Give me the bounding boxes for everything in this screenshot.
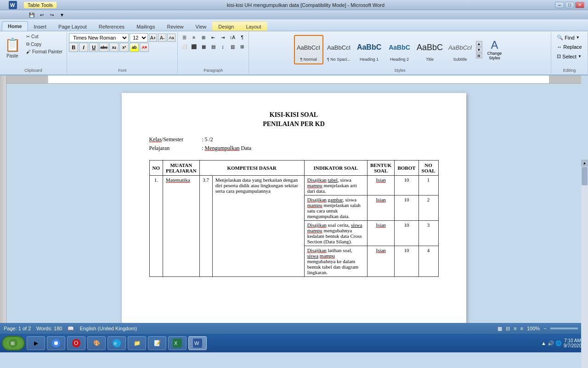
font-size-increase[interactable]: A+ [149,34,157,42]
bullet-list-btn[interactable]: ☰ [180,33,189,41]
styles-group: AaBbCcI ¶ Normal AaBbCcI ¶ No Spaci... A… [249,32,551,74]
style-no-spacing[interactable]: AaBbCcI ¶ No Spaci... [324,35,354,64]
tab-view[interactable]: View [190,22,213,31]
text-highlight-btn[interactable]: ab [130,43,139,52]
zoom-slider[interactable] [550,328,578,329]
font-color-btn[interactable]: A▾ [140,43,149,52]
taskbar-app-word-active[interactable]: W [188,336,207,350]
strikethrough-button[interactable]: abc [99,43,108,52]
align-buttons-row: ⬜ ⬛ ▦ ▤ ↨ ▥ ⊞ [180,42,247,51]
start-button[interactable]: ⊞ [2,336,25,351]
redo-quick-btn[interactable]: ↪ [48,11,56,18]
line-spacing-btn[interactable]: ↨ [218,42,227,51]
select-button[interactable]: ⊡ Select ▼ [554,52,584,61]
style-heading2[interactable]: AaBbC Heading 2 [385,35,414,64]
subscript-button[interactable]: x₂ [109,43,119,52]
decrease-indent-btn[interactable]: ⇤ [209,33,218,41]
view-draft-btn[interactable]: ≡ [520,326,523,331]
view-outline-btn[interactable]: ≡ [514,326,516,331]
quick-access-dropdown[interactable]: ▼ [58,11,66,18]
find-button[interactable]: 🔍 Find ▼ [554,33,582,42]
underline-button[interactable]: U [89,43,98,52]
taskbar-app-notepad[interactable]: 📝 [148,336,166,350]
show-hide-btn[interactable]: ¶ [237,33,247,41]
styles-scroll-down[interactable]: ▼ [476,47,482,52]
clear-formatting-btn[interactable]: Aa [167,34,175,42]
tab-page-layout[interactable]: Page Layout [52,22,93,31]
tab-mailings[interactable]: Mailings [130,22,161,31]
styles-scroll-more[interactable]: ⊞ [476,53,482,58]
sort-btn[interactable]: ↕A [228,33,237,41]
superscript-button[interactable]: x² [119,43,129,52]
change-styles-button[interactable]: A Change Styles [483,37,506,63]
tab-home[interactable]: Home [2,21,28,31]
view-normal-btn[interactable]: ▦ [498,326,502,332]
find-dropdown[interactable]: ▼ [576,35,580,40]
taskbar-app-chrome[interactable] [47,336,65,350]
scroll-thumb[interactable] [582,167,588,185]
select-icon: ⊡ [557,53,561,59]
style-title[interactable]: AaBbC Title [415,35,445,64]
select-dropdown[interactable]: ▼ [578,54,582,58]
tab-design[interactable]: Design [212,22,240,31]
multilevel-list-btn[interactable]: ⊞ [199,33,208,41]
left-ruler [0,75,6,323]
increase-indent-btn[interactable]: ⇥ [218,33,227,41]
format-painter-button[interactable]: 🖌 Format Painter [24,48,65,55]
taskbar-app-excel[interactable]: X [168,336,187,350]
numbered-list-btn[interactable]: ≡ [189,33,198,41]
shading-btn[interactable]: ▥ [228,42,237,51]
font-group: Times New Roman 12 A+ A- Aa B I U abc x₂… [67,32,178,74]
tab-layout[interactable]: Layout [240,22,267,31]
document-info: Kelas/Semester : 5 /2 Pelajaran : Mengum… [149,135,439,153]
font-size-select[interactable]: 12 [130,33,148,42]
style-title-preview: AaBbC [417,38,443,57]
border-btn[interactable]: ⊞ [237,42,247,51]
paste-button[interactable]: 📋 Paste [2,33,23,63]
minimize-button[interactable]: – [555,2,564,8]
taskbar-app-paint[interactable]: 🎨 [87,336,106,350]
align-center-btn[interactable]: ⬛ [189,42,198,51]
tab-references[interactable]: References [93,22,130,31]
zoom-decrease-btn[interactable]: − [543,326,546,331]
align-right-btn[interactable]: ▦ [199,42,208,51]
title-bar: W Table Tools kisi-kisi UH mengumpulkan … [0,0,588,10]
tab-insert[interactable]: Insert [28,22,53,31]
style-heading1[interactable]: AaBbC Heading 1 [355,35,384,64]
close-button[interactable]: ✕ [575,2,584,8]
align-left-btn[interactable]: ⬜ [180,42,189,51]
view-web-btn[interactable]: ⊟ [506,326,510,332]
style-normal[interactable]: AaBbCcI ¶ Normal [294,35,323,64]
select-label: Select [562,54,577,59]
save-quick-btn[interactable]: 💾 [28,11,36,18]
word-icon: W [4,1,22,9]
document-title-line2: PENILAIAN PER KD [149,121,439,128]
pelajaran-value: : Mengumpulkan Data [202,145,251,151]
font-size-decrease[interactable]: A- [158,34,166,42]
tab-review[interactable]: Review [161,22,189,31]
font-name-select[interactable]: Times New Roman [69,33,129,42]
copy-button[interactable]: ⧉ Copy [24,40,65,48]
scroll-track[interactable] [581,167,588,368]
cell-indicator-1: Disajikan tabel, siswa mampu menjelaskan… [304,176,367,196]
table-header-no: NO [149,161,163,176]
cut-button[interactable]: ✂ Cut [24,33,65,40]
table-tools-label: Table Tools [24,2,57,8]
style-subtitle[interactable]: AaBbCcI Subtitle [446,35,475,64]
bold-button[interactable]: B [69,43,78,52]
undo-quick-btn[interactable]: ↩ [38,11,46,18]
ruler-right-margin [549,75,581,84]
italic-button[interactable]: I [79,43,88,52]
taskbar-app-files[interactable]: 📁 [128,336,146,350]
taskbar-app-media[interactable]: ▶ [27,336,45,350]
replace-button[interactable]: ↔ Replace [554,43,584,51]
taskbar-app-opera[interactable]: O [67,336,85,350]
restore-button[interactable]: □ [565,2,574,8]
styles-scroll-up[interactable]: ▲ [476,41,482,46]
justify-btn[interactable]: ▤ [209,42,218,51]
cell-indicator-4: Disajikan latihan soal, siswa mampu meng… [304,246,367,277]
scroll-up-btn[interactable]: ▲ [581,160,588,167]
taskbar-app-ie[interactable]: e [107,336,126,350]
vertical-scrollbar[interactable]: ▲ ▼ [581,160,588,368]
table-header-nosoal: NOSOAL [418,161,438,176]
